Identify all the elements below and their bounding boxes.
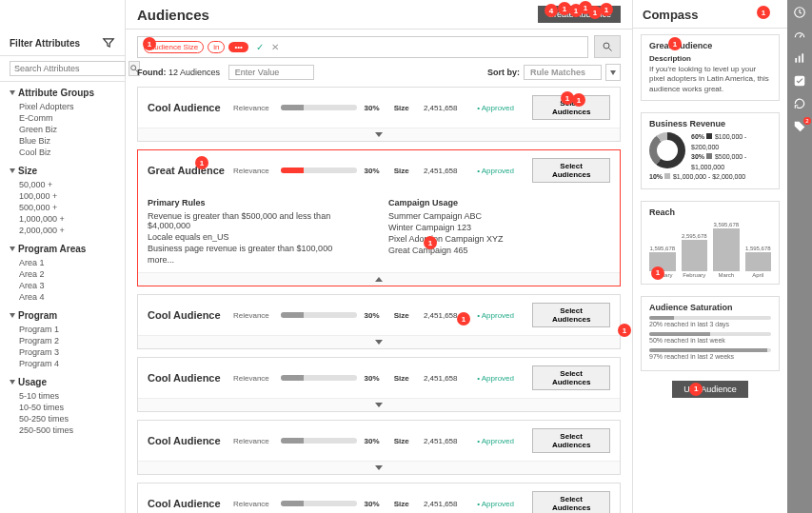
use-audience-button[interactable]: Use Audience 1	[672, 381, 748, 398]
query-confirm-icon[interactable]: ✓	[256, 42, 264, 52]
audience-name: Great Audience	[148, 165, 226, 176]
saturation-row: 20% reached in last 3 days	[649, 316, 771, 327]
relevance-pct: 30%	[365, 167, 386, 175]
filter-icon[interactable]	[102, 36, 115, 49]
filter-item[interactable]: 10-50 times	[10, 402, 115, 413]
filter-group-title[interactable]: Attribute Groups	[10, 88, 115, 98]
filter-item[interactable]: 100,000 +	[10, 190, 115, 202]
more-link[interactable]: more...	[148, 255, 369, 265]
relevance-label: Relevance	[233, 437, 273, 445]
saturation-title: Audience Saturation	[649, 303, 771, 312]
filter-item[interactable]: 50-250 times	[10, 413, 115, 424]
audience-name: Cool Audience	[148, 498, 226, 509]
query-clear-icon[interactable]: ✕	[271, 42, 279, 52]
rail-gauge-icon[interactable]	[793, 29, 806, 42]
rail-refresh-icon[interactable]	[793, 97, 806, 110]
relevance-pct: 30%	[365, 437, 386, 445]
filter-item[interactable]: 1,000,000 +	[10, 213, 115, 225]
filter-item[interactable]: 50,000 +	[10, 179, 115, 190]
filter-item[interactable]: Area 2	[10, 268, 115, 280]
filter-item[interactable]: 500,000 +	[10, 202, 115, 213]
size-value: 2,451,658	[424, 500, 469, 508]
expand-toggle[interactable]	[138, 128, 620, 141]
size-value: 2,451,658	[424, 167, 469, 175]
filter-item[interactable]: 5-10 times	[10, 390, 115, 402]
filter-item[interactable]: Area 3	[10, 280, 115, 291]
annotation-dot: 1	[143, 37, 156, 50]
filter-item[interactable]: Program 3	[10, 346, 115, 358]
size-value: 2,451,658	[424, 437, 469, 445]
annotation-dot: 1	[757, 6, 770, 19]
status-badge: Approved	[477, 311, 525, 320]
annotation-dot: 4	[545, 4, 558, 17]
select-audience-button[interactable]: Select Audiences	[532, 428, 610, 453]
relevance-pct: 30%	[365, 104, 386, 112]
select-audience-button[interactable]: Select Audiences	[532, 303, 610, 327]
campaign-line: Pixel Adoption Campaign XYZ	[388, 234, 610, 244]
filter-group-title[interactable]: Program Areas	[10, 244, 115, 254]
query-builder[interactable]: Audience Size in ••• ✓ ✕	[137, 36, 588, 58]
audience-name: Cool Audience	[148, 102, 226, 113]
relevance-pct: 30%	[365, 500, 386, 508]
sort-by-select[interactable]: Rule Matches	[524, 65, 602, 80]
filter-group-title[interactable]: Usage	[10, 377, 115, 387]
collapse-toggle[interactable]	[138, 272, 620, 286]
expand-toggle[interactable]	[138, 461, 620, 474]
enter-value-input[interactable]	[228, 65, 314, 80]
filter-item[interactable]: 250-500 times	[10, 424, 115, 436]
svg-rect-7	[799, 56, 801, 63]
relevance-bar	[281, 438, 356, 444]
search-attributes-input[interactable]	[10, 61, 126, 76]
filter-item[interactable]: Area 1	[10, 257, 115, 268]
expand-toggle[interactable]	[138, 335, 620, 348]
campaign-line: Winter Campaign 123	[388, 223, 610, 232]
rail-badge: 2	[803, 117, 811, 125]
business-revenue-title: Business Revenue	[649, 119, 771, 128]
size-label: Size	[394, 104, 416, 112]
filter-item[interactable]: Green Biz	[10, 124, 115, 135]
size-value: 2,451,658	[424, 374, 469, 383]
select-audience-button[interactable]: Select Audiences	[532, 491, 610, 513]
query-op-pill[interactable]: in	[208, 41, 225, 53]
rail-clock-icon[interactable]	[793, 6, 806, 19]
page-title: Audiences	[137, 7, 209, 23]
filter-group-title[interactable]: Size	[10, 166, 115, 176]
filter-item[interactable]: 2,000,000 +	[10, 225, 115, 236]
campaign-line: Summer Campaign ABC	[388, 211, 610, 221]
query-value-pill[interactable]: •••	[228, 42, 248, 52]
sort-by-dropdown-toggle[interactable]	[605, 64, 621, 81]
size-value: 2,451,658	[424, 104, 469, 112]
svg-rect-8	[802, 53, 803, 62]
rail-tag-icon-wrap[interactable]: 2	[793, 120, 806, 135]
legend-row: 10% $1,000,000 - $2,000,000	[649, 172, 771, 183]
filter-group-title[interactable]: Program	[10, 310, 115, 321]
primary-rules-title: Primary Rules	[148, 198, 369, 207]
svg-line-3	[609, 49, 612, 51]
annotation-dot: 1	[689, 383, 703, 396]
annotation-dot: 1	[195, 156, 208, 169]
filter-item[interactable]: Cool Biz	[10, 147, 115, 158]
audience-name: Cool Audience	[148, 435, 226, 446]
filter-item[interactable]: Program 4	[10, 358, 115, 369]
filter-item[interactable]: E-Comm	[10, 112, 115, 124]
filter-item[interactable]: Program 1	[10, 324, 115, 335]
reach-title: Reach	[649, 207, 771, 217]
found-label: Found: 12 Audiences	[137, 68, 220, 77]
filter-item[interactable]: Program 2	[10, 335, 115, 346]
query-search-button[interactable]	[594, 35, 621, 58]
filter-item[interactable]: Pixel Adopters	[10, 101, 115, 112]
filter-item[interactable]: Area 4	[10, 291, 115, 303]
search-icon	[602, 41, 613, 52]
status-badge: Approved	[477, 374, 525, 383]
rail-bars-icon[interactable]	[793, 51, 806, 65]
annotation-dot: 1	[572, 93, 585, 107]
revenue-donut-chart	[649, 132, 685, 168]
select-audience-button[interactable]: Select Audiences	[532, 158, 610, 183]
relevance-label: Relevance	[233, 311, 273, 320]
expand-toggle[interactable]	[138, 398, 620, 411]
rail-check-icon[interactable]	[793, 74, 806, 88]
filter-item[interactable]: Blue Biz	[10, 135, 115, 147]
relevance-bar	[281, 501, 356, 506]
select-audience-button[interactable]: Select Audiences	[532, 365, 610, 390]
relevance-label: Relevance	[233, 374, 273, 383]
